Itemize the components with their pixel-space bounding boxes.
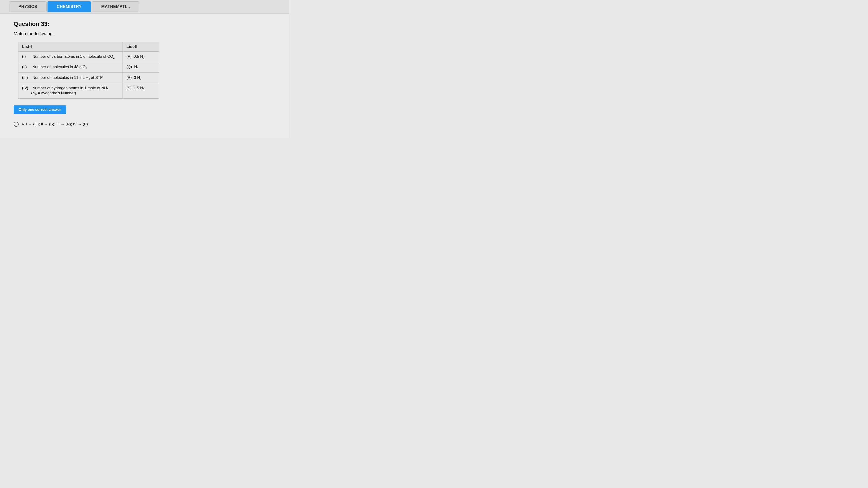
only-one-correct-badge[interactable]: Only one correct answer — [13, 105, 66, 114]
table-cell-row4-list2: (S) 1.5 N0 — [123, 83, 159, 99]
table-cell-row3-list1: (III) Number of molecules in 11.2 L H2 a… — [19, 72, 123, 83]
table-row: (III) Number of molecules in 11.2 L H2 a… — [19, 72, 159, 83]
table-row: (I) Number of carbon atoms in 1 g molecu… — [19, 52, 159, 62]
answer-options: A. I → (Q); II → (S); III → (R); IV → (P… — [13, 122, 276, 127]
table-row: (II) Number of molecules in 48 g O2 (Q) … — [19, 62, 159, 72]
table-header-list1: List-I — [19, 42, 123, 52]
match-table: List-I List-II (I) Number of carbon atom… — [18, 42, 159, 99]
table-cell-row2-list1: (II) Number of molecules in 48 g O2 — [19, 62, 123, 72]
table-cell-row4-list1: (IV) Number of hydrogen atoms in 1 mole … — [19, 83, 123, 99]
question-title: Question 33: — [13, 21, 276, 28]
tab-chemistry[interactable]: CHEMISTRY — [48, 1, 91, 12]
table-cell-row1-list2: (P) 0.5 N0 — [123, 52, 159, 62]
table-row: (IV) Number of hydrogen atoms in 1 mole … — [19, 83, 159, 99]
main-content: Question 33: Match the following. List-I… — [0, 13, 289, 138]
answer-option-a: A. I → (Q); II → (S); III → (R); IV → (P… — [13, 122, 276, 127]
tab-mathematics[interactable]: MATHEMATI... — [92, 1, 139, 12]
table-cell-row2-list2: (Q) N0 — [123, 62, 159, 72]
table-cell-row3-list2: (R) 3 N0 — [123, 72, 159, 83]
tab-bar: PHYSICS CHEMISTRY MATHEMATI... — [0, 0, 289, 13]
radio-option-a[interactable] — [13, 122, 19, 127]
tab-physics[interactable]: PHYSICS — [9, 1, 46, 12]
question-instruction: Match the following. — [13, 31, 276, 36]
answer-option-a-text: A. I → (Q); II → (S); III → (R); IV → (P… — [21, 122, 88, 127]
table-cell-row1-list1: (I) Number of carbon atoms in 1 g molecu… — [19, 52, 123, 62]
table-header-list2: List-II — [123, 42, 159, 52]
